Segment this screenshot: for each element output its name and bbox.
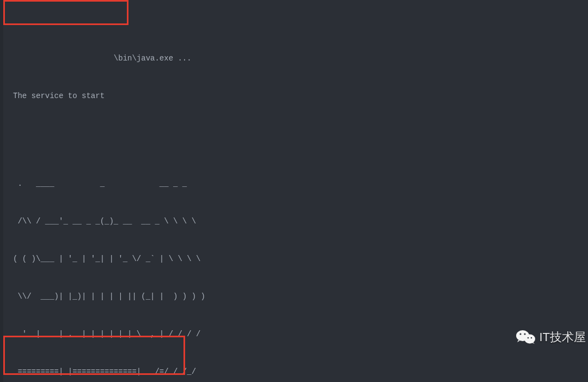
banner-line: . ____ _ __ _ _ <box>3 178 588 190</box>
watermark-text: IT技术屋 <box>539 331 586 343</box>
svg-point-5 <box>530 337 532 339</box>
terminal-output[interactable]: \bin\java.exe ... The service to start .… <box>0 0 588 382</box>
banner-line: /\\ / ___'_ __ _ _(_)_ __ __ _ \ \ \ \ <box>3 215 588 228</box>
watermark: IT技术屋 <box>516 304 586 370</box>
highlight-line-top: The service to start <box>3 90 588 102</box>
svg-point-2 <box>519 333 521 335</box>
blank-line <box>3 128 588 140</box>
svg-point-4 <box>527 337 529 339</box>
banner-line: \\/ ___)| |_)| | | | | || (_| | ) ) ) ) <box>3 290 588 303</box>
banner-line: ( ( )\___ | '_ | '_| | '_ \/ _` | \ \ \ … <box>3 253 588 265</box>
svg-point-3 <box>524 333 525 335</box>
log-line: \bin\java.exe ... <box>3 52 588 65</box>
banner-line: ' |____| .__|_| |_|_| |_\__, | / / / / <box>3 328 588 341</box>
annotation-box-top <box>3 0 128 25</box>
banner-line: =========|_|==============|___/=/_/_/_/ <box>3 366 588 378</box>
svg-point-1 <box>524 335 535 344</box>
wechat-icon <box>516 304 536 370</box>
